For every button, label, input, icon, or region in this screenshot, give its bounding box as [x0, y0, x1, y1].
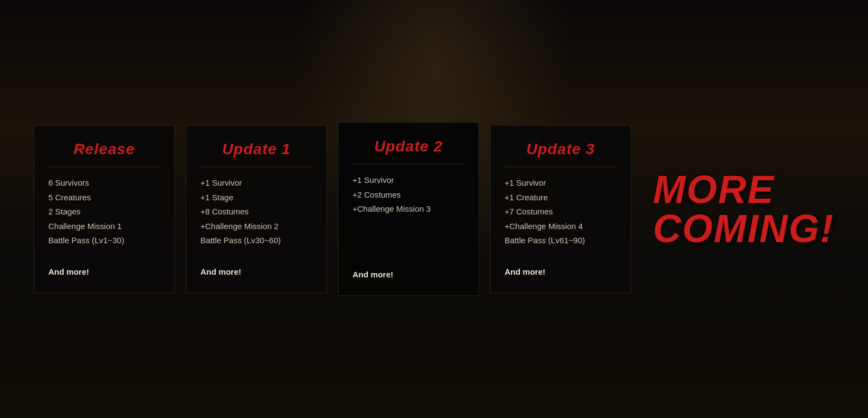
list-item: +2 Costumes — [353, 189, 464, 201]
update2-card: Update 2 +1 Survivor +2 Costumes +Challe… — [338, 122, 479, 296]
update1-divider — [200, 167, 312, 167]
release-more: And more! — [48, 267, 160, 276]
list-item: 2 Stages — [48, 206, 160, 218]
update3-more: And more! — [505, 267, 617, 276]
list-item: Battle Pass (Lv30~60) — [200, 235, 312, 247]
more-coming-line1: MORE — [653, 170, 775, 209]
list-item: +Challenge Mission 4 — [505, 220, 617, 233]
list-item: +1 Survivor — [505, 177, 617, 189]
list-item: +1 Creature — [505, 192, 617, 204]
update3-divider — [505, 167, 617, 167]
list-item: Challenge Mission 1 — [48, 220, 160, 233]
update2-items: +1 Survivor +2 Costumes +Challenge Missi… — [353, 174, 464, 259]
update3-card: Update 3 +1 Survivor +1 Creature +7 Cost… — [490, 125, 631, 293]
list-item: +Challenge Mission 2 — [200, 220, 312, 233]
list-item: +1 Stage — [200, 192, 312, 204]
list-item: +8 Costumes — [200, 206, 312, 218]
update1-more: And more! — [200, 267, 312, 276]
update2-divider — [353, 164, 464, 164]
update1-title: Update 1 — [200, 141, 312, 158]
more-coming-line2: COMING! — [653, 209, 834, 248]
list-item: +1 Survivor — [353, 174, 464, 187]
list-item: 5 Creatures — [48, 192, 160, 204]
list-item: +7 Costumes — [505, 206, 617, 218]
list-item: Battle Pass (Lv1~30) — [48, 235, 160, 247]
more-coming-section: MORE COMING! — [653, 170, 834, 248]
update3-title: Update 3 — [505, 141, 617, 158]
release-items: 6 Survivors 5 Creatures 2 Stages Challen… — [48, 177, 160, 256]
update3-items: +1 Survivor +1 Creature +7 Costumes +Cha… — [505, 177, 617, 256]
list-item: 6 Survivors — [48, 177, 160, 189]
release-card: Release 6 Survivors 5 Creatures 2 Stages… — [34, 125, 175, 293]
list-item: Battle Pass (Lv61~90) — [505, 235, 617, 247]
update1-card: Update 1 +1 Survivor +1 Stage +8 Costume… — [186, 125, 327, 293]
update2-title: Update 2 — [353, 138, 464, 155]
update2-more: And more! — [353, 270, 464, 279]
list-item: +Challenge Mission 3 — [353, 203, 464, 216]
main-content: Release 6 Survivors 5 Creatures 2 Stages… — [0, 0, 868, 418]
update1-items: +1 Survivor +1 Stage +8 Costumes +Challe… — [200, 177, 312, 256]
release-divider — [48, 167, 160, 167]
release-title: Release — [48, 141, 160, 158]
list-item: +1 Survivor — [200, 177, 312, 189]
